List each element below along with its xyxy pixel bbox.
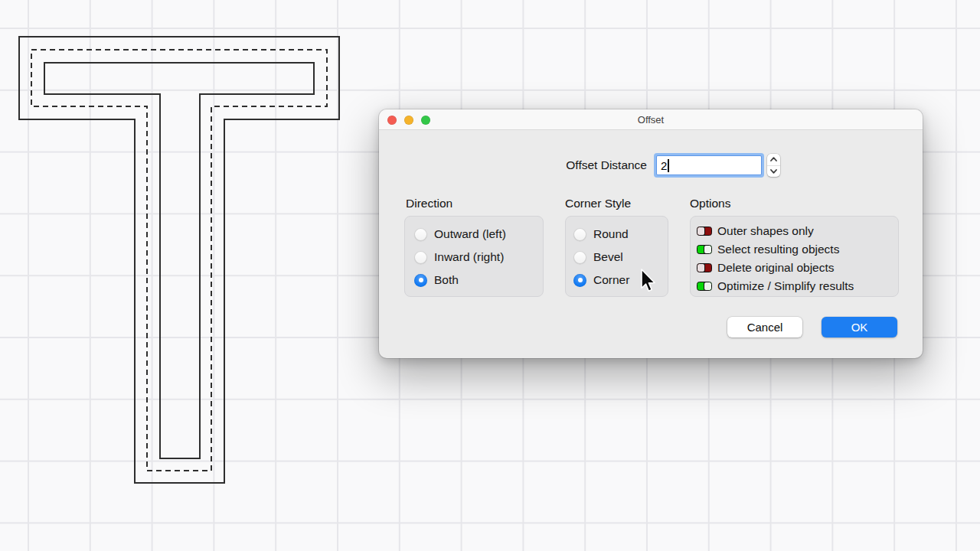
toggle-knob <box>697 264 704 272</box>
toggle-label: Optimize / Simplify results <box>717 279 854 293</box>
direction-groupbox: Outward (left) Inward (right) Both <box>404 216 544 297</box>
t-shape-original-dashed-outline[interactable] <box>31 50 327 471</box>
toggle-select-resulting-objects[interactable]: Select resulting objects <box>697 243 839 256</box>
stepper-down-button[interactable] <box>767 166 780 178</box>
radio-label: Corner <box>593 273 629 287</box>
dialog-titlebar[interactable]: Offset <box>379 109 923 130</box>
corner-style-groupbox: Round Bevel Corner <box>565 216 668 297</box>
radio-both[interactable]: Both <box>414 272 459 288</box>
toggle-off-icon <box>697 227 712 236</box>
radio-corner[interactable]: Corner <box>573 272 629 288</box>
text-caret <box>668 159 669 172</box>
radio-bevel[interactable]: Bevel <box>573 249 623 265</box>
t-shape-outer-offset-outline[interactable] <box>19 37 339 483</box>
toggle-label: Delete original objects <box>717 261 835 275</box>
offset-distance-value: 2 <box>661 159 667 172</box>
toggle-outer-shapes-only[interactable]: Outer shapes only <box>697 225 814 237</box>
options-groupbox: Outer shapes only Select resulting objec… <box>690 216 899 297</box>
toggle-off-icon <box>697 263 712 272</box>
t-shape-inner-offset-outline[interactable] <box>44 63 314 458</box>
radio-label: Round <box>593 227 629 241</box>
stepper-up-button[interactable] <box>767 154 780 165</box>
dialog-title: Offset <box>379 109 923 130</box>
chevron-down-icon <box>770 169 777 174</box>
toggle-knob <box>704 246 711 253</box>
offset-distance-stepper <box>767 154 780 177</box>
toggle-on-icon <box>697 282 712 291</box>
radio-icon <box>573 228 586 241</box>
app-canvas: { "window": { "title": "Offset", "traffi… <box>0 0 980 551</box>
toggle-on-icon <box>697 245 712 254</box>
chevron-up-icon <box>770 157 777 161</box>
options-section-label: Options <box>690 197 730 210</box>
radio-icon <box>573 251 586 264</box>
toggle-delete-original-objects[interactable]: Delete original objects <box>697 262 835 274</box>
ok-button[interactable]: OK <box>822 317 897 337</box>
radio-outward-left[interactable]: Outward (left) <box>414 227 506 242</box>
radio-selected-icon <box>573 274 586 287</box>
toggle-knob <box>697 227 704 235</box>
radio-inward-right[interactable]: Inward (right) <box>414 249 504 265</box>
radio-icon <box>414 251 427 264</box>
offset-dialog: Offset Offset Distance 2 Direction Corne… <box>379 109 923 358</box>
direction-section-label: Direction <box>406 197 452 210</box>
cancel-button[interactable]: Cancel <box>727 317 802 337</box>
toggle-label: Select resulting objects <box>717 243 839 256</box>
radio-label: Both <box>434 273 459 287</box>
radio-icon <box>414 228 427 241</box>
radio-label: Outward (left) <box>434 227 506 241</box>
radio-label: Inward (right) <box>434 250 504 264</box>
toggle-label: Outer shapes only <box>717 224 814 238</box>
corner-style-section-label: Corner Style <box>565 197 631 210</box>
toggle-knob <box>704 282 711 290</box>
radio-round[interactable]: Round <box>573 227 629 242</box>
radio-label: Bevel <box>593 250 623 264</box>
toggle-optimize-simplify-results[interactable]: Optimize / Simplify results <box>697 280 854 292</box>
radio-selected-icon <box>414 274 427 287</box>
offset-distance-label: Offset Distance <box>494 158 647 172</box>
offset-distance-input[interactable]: 2 <box>654 153 764 178</box>
